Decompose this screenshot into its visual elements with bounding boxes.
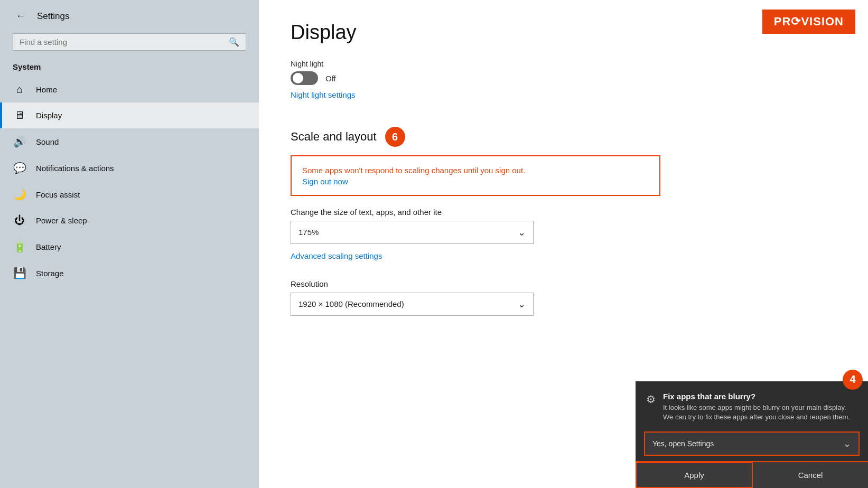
popup-dropdown-chevron-icon: ⌄ xyxy=(843,438,851,449)
night-light-label: Night light xyxy=(291,60,836,68)
advanced-scaling-link[interactable]: Advanced scaling settings xyxy=(291,251,382,260)
sidebar-item-label-sound: Sound xyxy=(36,137,59,146)
scale-dropdown[interactable]: 175% ⌄ xyxy=(291,221,534,244)
sidebar-item-label-battery: Battery xyxy=(36,242,61,251)
sidebar-item-label-storage: Storage xyxy=(36,269,64,278)
popup-description: It looks like some apps might be blurry … xyxy=(663,403,857,422)
notifications-icon: 💬 xyxy=(13,162,26,174)
scale-chevron-icon: ⌄ xyxy=(518,227,526,238)
sidebar-item-display[interactable]: 🖥 Display xyxy=(0,102,259,128)
scale-badge: 6 xyxy=(385,127,405,147)
resolution-chevron-icon: ⌄ xyxy=(518,298,526,310)
main-content: PR⟳VISION Display Night light Off Night … xyxy=(259,0,868,488)
night-light-toggle[interactable] xyxy=(291,71,318,85)
battery-icon: 🔋 xyxy=(13,240,26,253)
popup-text-block: Fix apps that are blurry? It looks like … xyxy=(663,392,857,422)
night-light-state: Off xyxy=(325,74,336,83)
sound-icon: 🔊 xyxy=(13,135,26,148)
blurry-apps-popup: 4 ⚙ Fix apps that are blurry? It looks l… xyxy=(636,381,868,488)
storage-icon: 💾 xyxy=(13,267,26,279)
resolution-dropdown[interactable]: 1920 × 1080 (Recommended) ⌄ xyxy=(291,293,534,316)
resolution-label: Resolution xyxy=(291,279,836,288)
sidebar-item-label-display: Display xyxy=(36,111,62,120)
back-button[interactable]: ← xyxy=(13,10,29,23)
apply-button[interactable]: Apply xyxy=(636,462,753,488)
cancel-button[interactable]: Cancel xyxy=(753,462,868,488)
night-light-settings-link[interactable]: Night light settings xyxy=(291,90,356,99)
popup-badge: 4 xyxy=(843,370,863,390)
sidebar-header: ← Settings xyxy=(0,0,259,30)
scale-dropdown-value: 175% xyxy=(298,228,518,237)
sidebar: ← Settings 🔍 System ⌂ Home 🖥 Display 🔊 S… xyxy=(0,0,259,488)
sidebar-item-label-home: Home xyxy=(36,85,57,94)
popup-gear-icon: ⚙ xyxy=(646,393,656,406)
size-label: Change the size of text, apps, and other… xyxy=(291,208,836,217)
scale-section-title: Scale and layout xyxy=(291,130,377,144)
sidebar-item-label-focus: Focus assist xyxy=(36,190,80,199)
sidebar-title: Settings xyxy=(37,11,69,22)
popup-dropdown[interactable]: Yes, open Settings ⌄ xyxy=(644,431,860,456)
scale-section-heading: Scale and layout 6 xyxy=(291,127,836,147)
popup-header: ⚙ Fix apps that are blurry? It looks lik… xyxy=(636,381,868,427)
search-icon: 🔍 xyxy=(229,37,239,47)
focus-icon: 🌙 xyxy=(13,188,26,201)
resolution-dropdown-value: 1920 × 1080 (Recommended) xyxy=(298,299,518,308)
sidebar-item-battery[interactable]: 🔋 Battery xyxy=(0,233,259,260)
sidebar-item-label-power: Power & sleep xyxy=(36,216,87,225)
sidebar-item-sound[interactable]: 🔊 Sound xyxy=(0,128,259,155)
sidebar-item-notifications[interactable]: 💬 Notifications & actions xyxy=(0,155,259,181)
popup-buttons: Apply Cancel xyxy=(636,461,868,488)
popup-title: Fix apps that are blurry? xyxy=(663,392,857,401)
sidebar-item-power[interactable]: ⏻ Power & sleep xyxy=(0,208,259,233)
home-icon: ⌂ xyxy=(13,83,26,96)
sidebar-item-storage[interactable]: 💾 Storage xyxy=(0,260,259,286)
sidebar-item-focus[interactable]: 🌙 Focus assist xyxy=(0,181,259,208)
sign-out-link[interactable]: Sign out now xyxy=(302,177,348,186)
night-light-row: Off xyxy=(291,71,836,85)
toggle-knob xyxy=(293,73,303,83)
sidebar-item-home[interactable]: ⌂ Home xyxy=(0,77,259,102)
brand-logo: PR⟳VISION xyxy=(762,10,855,34)
sidebar-item-label-notifications: Notifications & actions xyxy=(36,164,114,173)
display-icon: 🖥 xyxy=(13,109,26,121)
warning-text: Some apps won't respond to scaling chang… xyxy=(302,165,649,177)
power-icon: ⏻ xyxy=(13,214,26,227)
warning-box: Some apps won't respond to scaling chang… xyxy=(291,155,660,196)
search-box[interactable]: 🔍 xyxy=(13,33,246,51)
page-title: Display xyxy=(291,21,836,44)
popup-dropdown-value: Yes, open Settings xyxy=(652,439,843,448)
system-label: System xyxy=(0,60,259,77)
search-input[interactable] xyxy=(20,37,229,46)
